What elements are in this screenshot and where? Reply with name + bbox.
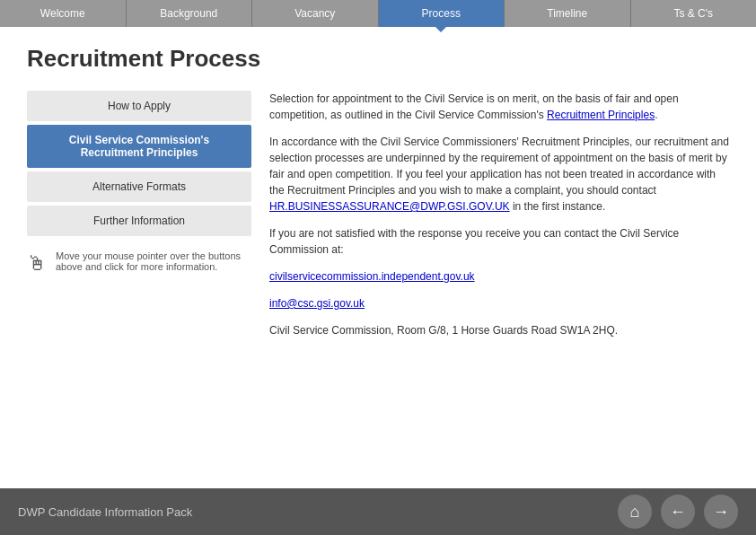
- nav-process[interactable]: Process: [379, 0, 505, 27]
- footer-navigation: ⌂ ← →: [618, 495, 738, 529]
- sidebar-item-how-to-apply[interactable]: How to Apply: [27, 91, 251, 121]
- back-button[interactable]: ←: [661, 495, 695, 529]
- back-icon: ←: [670, 503, 686, 522]
- sidebar-item-alternative-formats[interactable]: Alternative Formats: [27, 171, 251, 202]
- mouse-icon: 🖱: [27, 252, 47, 276]
- address-text: Civil Service Commission, Room G/8, 1 Ho…: [269, 322, 729, 338]
- main-content: Recruitment Process How to Apply Civil S…: [0, 27, 756, 367]
- footer-title: DWP Candidate Information Pack: [18, 505, 192, 519]
- nav-timeline[interactable]: Timeline: [505, 0, 631, 27]
- forward-button[interactable]: →: [704, 495, 738, 529]
- paragraph-3: If you are not satisfied with the respon…: [269, 225, 729, 258]
- paragraph-2-end: in the first instance.: [510, 200, 606, 213]
- link-info: info@csc.gsi.gov.uk: [269, 295, 729, 311]
- email-link-1[interactable]: HR.BUSINESSASSURANCE@DWP.GSI.GOV.UK: [269, 200, 510, 213]
- nav-vacancy[interactable]: Vacancy: [252, 0, 379, 27]
- civil-service-link[interactable]: civilservicecommission.independent.gov.u…: [269, 270, 475, 283]
- sidebar-item-civil-service[interactable]: Civil Service Commission's Recruitment P…: [27, 125, 251, 168]
- top-navigation: Welcome Background Vacancy Process Timel…: [0, 0, 756, 27]
- footer: DWP Candidate Information Pack ⌂ ← →: [0, 488, 756, 535]
- link-civil-service: civilservicecommission.independent.gov.u…: [269, 268, 729, 285]
- paragraph-2-text: In accordance with the Civil Service Com…: [269, 136, 729, 197]
- forward-icon: →: [713, 503, 729, 522]
- home-button[interactable]: ⌂: [618, 495, 652, 529]
- sidebar-hint: 🖱 Move your mouse pointer over the butto…: [27, 250, 251, 276]
- right-content: Selection for appointment to the Civil S…: [269, 91, 729, 349]
- paragraph-1: Selection for appointment to the Civil S…: [269, 91, 729, 123]
- nav-ts-cs[interactable]: Ts & C's: [631, 0, 757, 27]
- content-layout: How to Apply Civil Service Commission's …: [27, 91, 729, 349]
- paragraph-2: In accordance with the Civil Service Com…: [269, 134, 729, 215]
- info-link[interactable]: info@csc.gsi.gov.uk: [269, 297, 365, 310]
- home-icon: ⌂: [630, 503, 640, 522]
- recruitment-principles-link[interactable]: Recruitment Principles: [547, 109, 655, 121]
- nav-background[interactable]: Background: [127, 0, 253, 27]
- nav-welcome[interactable]: Welcome: [0, 0, 127, 27]
- sidebar-item-further-info[interactable]: Further Information: [27, 206, 251, 236]
- hint-text: Move your mouse pointer over the buttons…: [56, 250, 251, 272]
- page-title: Recruitment Process: [27, 45, 729, 73]
- paragraph-1-end: .: [655, 109, 657, 121]
- sidebar: How to Apply Civil Service Commission's …: [27, 91, 251, 349]
